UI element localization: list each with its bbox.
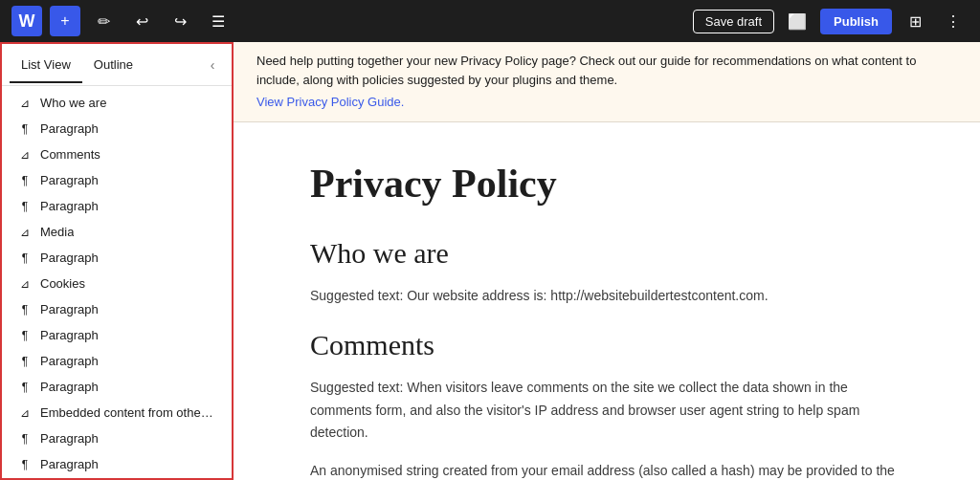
paragraph-icon: ¶: [17, 458, 33, 471]
sidebar-item[interactable]: ¶Paragraph: [2, 425, 232, 451]
sidebar-item[interactable]: ¶Paragraph: [2, 167, 232, 193]
sidebar-item-label: Embedded content from other websit...: [40, 405, 216, 420]
sidebar-item-label: Paragraph: [40, 431, 99, 446]
bookmark-icon: ⊿: [17, 406, 33, 420]
toolbar-left: W + ✏ ↩ ↪ ☰: [11, 6, 234, 36]
editor-content: Privacy Policy Who we are Suggested text…: [234, 122, 980, 481]
sidebar-item-label: Paragraph: [40, 457, 99, 471]
wordpress-logo[interactable]: W: [11, 6, 42, 36]
main-toolbar: W + ✏ ↩ ↪ ☰ Save draft ⬜ Publish ⊞ ⋮: [0, 0, 980, 42]
sidebar-item-label: Paragraph: [40, 302, 99, 316]
section-heading-who-we-are: Who we are: [310, 237, 903, 270]
sidebar-item[interactable]: ¶Paragraph: [2, 116, 232, 142]
sidebar-item[interactable]: ⊿Comments: [2, 142, 232, 167]
sidebar-item-label: Paragraph: [40, 354, 99, 368]
sidebar-item-label: Comments: [40, 147, 100, 162]
sidebar-item[interactable]: ¶Paragraph: [2, 296, 232, 322]
layout-button[interactable]: ⊞: [900, 6, 930, 36]
paragraph-icon: ¶: [17, 329, 33, 342]
comments-para-1: Suggested text: When visitors leave comm…: [310, 377, 903, 445]
section-heading-comments: Comments: [310, 329, 903, 361]
save-draft-button[interactable]: Save draft: [693, 10, 774, 33]
sidebar-item[interactable]: ⊿Cookies: [2, 271, 232, 296]
sidebar-item-label: Paragraph: [40, 380, 99, 394]
content-area: Need help putting together your new Priv…: [234, 42, 980, 480]
bookmark-icon: ⊿: [17, 148, 33, 162]
sidebar-item[interactable]: ¶Paragraph: [2, 348, 232, 374]
sidebar-tabs: List View Outline ‹: [2, 44, 232, 86]
paragraph-icon: ¶: [17, 381, 33, 394]
sidebar-item-label: Paragraph: [40, 328, 99, 342]
sidebar-item[interactable]: ¶Paragraph: [2, 322, 232, 348]
paragraph-icon: ¶: [17, 122, 33, 136]
paragraph-icon: ¶: [17, 251, 33, 265]
privacy-policy-guide-link[interactable]: View Privacy Policy Guide.: [256, 93, 957, 112]
paragraph-icon: ¶: [17, 355, 33, 368]
paragraph-icon: ¶: [17, 303, 33, 316]
sidebar-item-label: Paragraph: [40, 173, 99, 187]
sidebar-item[interactable]: ¶Paragraph: [2, 193, 232, 219]
publish-button[interactable]: Publish: [820, 9, 892, 34]
sidebar-item-label: Paragraph: [40, 251, 99, 265]
sidebar-item-label: Who we are: [40, 96, 106, 110]
paragraph-icon: ¶: [17, 200, 33, 213]
bookmark-icon: ⊿: [17, 277, 33, 291]
sidebar-item[interactable]: ⊿Who we share your data with: [2, 477, 232, 478]
sidebar-collapse-button[interactable]: ‹: [201, 54, 224, 76]
sidebar-list: ⊿Who we are¶Paragraph⊿Comments¶Paragraph…: [2, 86, 232, 478]
who-we-are-text: Suggested text: Our website address is: …: [310, 285, 903, 306]
tab-outline[interactable]: Outline: [82, 48, 145, 83]
sidebar-item[interactable]: ¶Paragraph: [2, 245, 232, 271]
bookmark-icon: ⊿: [17, 97, 33, 110]
sidebar-item[interactable]: ¶Paragraph: [2, 374, 232, 400]
undo-button[interactable]: ↩: [126, 6, 157, 36]
list-view-toggle-button[interactable]: ☰: [203, 6, 234, 36]
sidebar-item-label: Paragraph: [40, 121, 99, 136]
sidebar-item-label: Media: [40, 225, 74, 239]
redo-button[interactable]: ↪: [165, 6, 195, 36]
page-title: Privacy Policy: [310, 161, 903, 207]
notice-banner: Need help putting together your new Priv…: [234, 42, 980, 122]
tab-list-view[interactable]: List View: [10, 48, 82, 83]
sidebar-item[interactable]: ⊿Embedded content from other websit...: [2, 400, 232, 425]
tools-button[interactable]: ✏: [88, 6, 119, 36]
add-block-button[interactable]: +: [50, 6, 80, 36]
paragraph-icon: ¶: [17, 432, 33, 446]
notice-text: Need help putting together your new Priv…: [256, 54, 916, 87]
toolbar-right: Save draft ⬜ Publish ⊞ ⋮: [693, 6, 969, 36]
sidebar: List View Outline ‹ ⊿Who we are¶Paragrap…: [0, 42, 234, 480]
bookmark-icon: ⊿: [17, 226, 33, 239]
main-layout: List View Outline ‹ ⊿Who we are¶Paragrap…: [0, 42, 980, 480]
paragraph-icon: ¶: [17, 174, 33, 187]
sidebar-item[interactable]: ⊿Who we are: [2, 90, 232, 116]
comments-para-2: An anonymised string created from your e…: [310, 460, 903, 480]
sidebar-item-label: Paragraph: [40, 199, 99, 213]
sidebar-item-label: Cookies: [40, 276, 85, 291]
sidebar-item[interactable]: ¶Paragraph: [2, 451, 232, 477]
more-options-button[interactable]: ⋮: [938, 6, 969, 36]
preview-button[interactable]: ⬜: [782, 6, 813, 36]
sidebar-item[interactable]: ⊿Media: [2, 219, 232, 245]
